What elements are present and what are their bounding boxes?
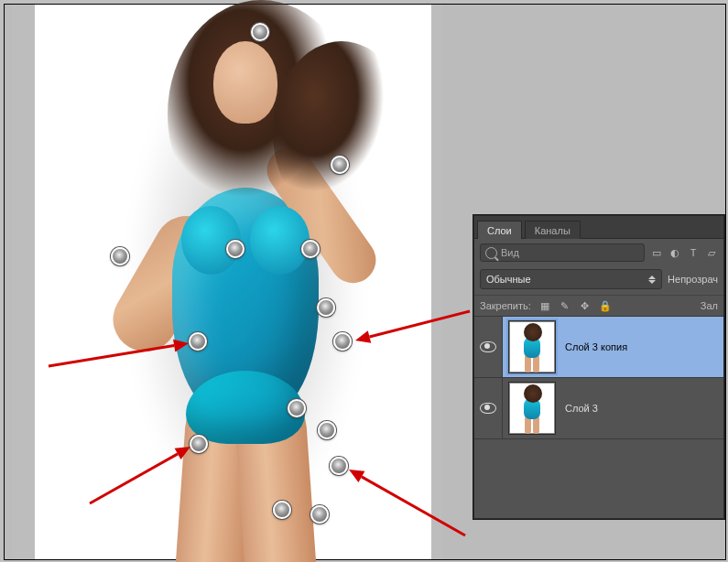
warp-pin[interactable] [318,421,336,439]
canvas-pad-left [12,5,35,559]
tab-channels[interactable]: Каналы [525,221,581,239]
layer-visibility-toggle[interactable] [474,378,503,438]
layer-name[interactable]: Слой 3 копия [561,341,723,352]
layer-thumbnail[interactable] [508,382,556,435]
filter-type-icon[interactable]: T [687,246,700,259]
layer-filter-input[interactable]: Вид [480,243,645,262]
lock-all-icon[interactable]: 🔒 [599,299,612,312]
fill-label: Зал [701,300,718,311]
search-icon [485,247,497,259]
lock-label: Закрепить: [480,300,531,311]
warp-pin[interactable] [190,435,208,453]
warp-pin[interactable] [273,501,291,519]
layer-row[interactable]: Слой 3 [474,377,723,439]
blend-mode-select[interactable]: Обычные [480,269,662,289]
warp-pin[interactable] [317,298,335,317]
warp-pin[interactable] [189,332,207,351]
canvas[interactable] [12,5,442,559]
warp-pin[interactable] [333,332,352,351]
warp-pin[interactable] [301,240,320,258]
opacity-label: Непрозрач [668,274,718,285]
warp-pin[interactable] [251,23,269,41]
figure-image [35,5,431,559]
filter-shape-icon[interactable]: ▱ [705,246,718,259]
chevron-updown-icon [648,276,656,284]
blend-mode-value: Обычные [486,274,531,285]
layer-row[interactable]: Слой 3 копия [474,316,723,378]
filter-adjust-icon[interactable]: ◐ [668,246,681,259]
warp-pin[interactable] [310,505,329,524]
filter-placeholder: Вид [501,247,519,258]
warp-pin[interactable] [288,399,306,417]
warp-pin[interactable] [331,156,349,174]
layers-panel: Слои Каналы Вид ▭ ◐ T ▱ Обычные Непрозра… [473,215,724,519]
warp-pin[interactable] [330,457,348,475]
panel-tabbar: Слои Каналы [474,216,723,239]
tab-layers[interactable]: Слои [477,221,522,239]
lock-brush-icon[interactable]: ✎ [559,299,571,312]
filter-image-icon[interactable]: ▭ [650,246,663,259]
eye-icon [480,341,496,352]
layer-name[interactable]: Слой 3 [561,403,723,414]
lock-pixels-icon[interactable]: ▦ [538,299,551,312]
lock-move-icon[interactable]: ✥ [579,299,592,312]
layer-visibility-toggle[interactable] [474,317,503,377]
canvas-pad-right [431,5,442,559]
layer-thumbnail[interactable] [508,320,556,373]
eye-icon [480,403,496,414]
warp-pin[interactable] [111,247,129,265]
warp-pin[interactable] [226,240,244,258]
